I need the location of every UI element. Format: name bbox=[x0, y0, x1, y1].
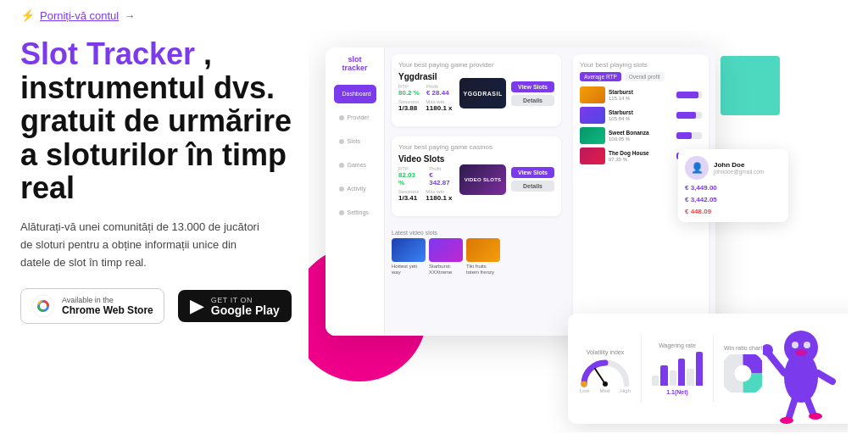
title-highlight: Slot Tracker bbox=[20, 36, 195, 71]
slot-item-2: Starburst 105.84 % bbox=[580, 107, 702, 124]
sidebar-label-games: Games bbox=[348, 162, 367, 168]
casino-sessions-value: 1/3.41 bbox=[398, 194, 419, 202]
wag-bar-1 bbox=[652, 376, 659, 386]
tab-overall-profit[interactable]: Overall profit bbox=[625, 72, 665, 81]
provider-sessions-stat: Sessions 1/3.88 bbox=[398, 99, 419, 112]
chrome-web-store-badge[interactable]: Available in the Chrome Web Store bbox=[20, 288, 164, 324]
profit-value: € 28.44 bbox=[426, 89, 449, 97]
sidebar-label-slots: Slots bbox=[348, 138, 361, 144]
casino-profit-value: € 342.87 bbox=[429, 171, 454, 186]
user-stat-1: € 3,449.00 bbox=[685, 184, 717, 192]
view-slots-button[interactable]: View Slots bbox=[511, 81, 554, 92]
slot-bar-3 bbox=[676, 132, 692, 139]
latest-items: Hottest yeti way Starburst: XXXtreme Tik… bbox=[392, 238, 561, 275]
arrow-icon: → bbox=[124, 9, 135, 22]
app-mockup-main: slot tracker Dashboard Provider Slots bbox=[326, 47, 715, 336]
details-button[interactable]: Details bbox=[511, 95, 554, 106]
rtp-value: 80.2 % bbox=[398, 89, 420, 97]
casino-rtp-value: 82.03 % bbox=[398, 171, 422, 186]
provider-stats: RTP 80.2 % Profit € 28.44 bbox=[398, 84, 454, 97]
gauge-low: Low bbox=[580, 388, 589, 393]
slot-bar-container-1 bbox=[676, 92, 702, 98]
sidebar-item-games[interactable]: Games bbox=[334, 156, 376, 175]
slot-bar-1 bbox=[676, 92, 698, 98]
sidebar-item-provider[interactable]: Provider bbox=[334, 108, 376, 127]
sidebar-dot bbox=[339, 139, 344, 144]
casino-maxwin-value: 1180.1 x bbox=[426, 194, 452, 202]
provider-name: Yggdrasil bbox=[398, 72, 454, 81]
sidebar-item-dashboard[interactable]: Dashboard bbox=[334, 85, 376, 103]
gauge-med: Med bbox=[600, 388, 610, 393]
slot-rtp-3: 100.05 % bbox=[609, 136, 673, 142]
chrome-store-name: Chrome Web Store bbox=[62, 304, 153, 316]
sidebar-item-activity[interactable]: Activity bbox=[334, 180, 376, 198]
deco-teal-shape bbox=[721, 56, 780, 115]
sidebar-logo: slot tracker bbox=[342, 56, 367, 73]
svg-line-15 bbox=[818, 373, 832, 381]
mockup-sidebar: slot tracker Dashboard Provider Slots bbox=[326, 47, 385, 336]
svg-point-10 bbox=[784, 331, 818, 364]
latest-name-1: Hottest yeti way bbox=[392, 264, 426, 275]
sidebar-label-settings: Settings bbox=[348, 209, 369, 215]
user-stat-2: € 3,442.05 bbox=[685, 196, 717, 203]
top-nav: ⚡ Porniți-vă contul → bbox=[0, 0, 868, 31]
latest-item-3: Tiki fruits totem frenzy bbox=[466, 238, 500, 275]
casino-profit-stat: Profit € 342.87 bbox=[429, 166, 454, 186]
provider-profit-stat: Profit € 28.44 bbox=[426, 84, 449, 97]
sidebar-item-settings[interactable]: Settings bbox=[334, 203, 376, 222]
divider-1 bbox=[641, 335, 642, 403]
user-stat-3: € 448.09 bbox=[685, 208, 711, 215]
winratio-panel: Win ratio chart bbox=[724, 345, 762, 392]
tab-average-rtp[interactable]: Average RTP bbox=[580, 72, 621, 81]
nav-link[interactable]: Porniți-vă contul bbox=[40, 9, 119, 22]
slot-bar-2 bbox=[676, 112, 696, 119]
wag-bar-3 bbox=[670, 370, 676, 386]
volatility-title: Volatility index bbox=[587, 349, 624, 355]
slot-name-4: The Dog House bbox=[609, 150, 673, 157]
sidebar-item-slots[interactable]: Slots bbox=[334, 132, 376, 151]
wagering-title: Wagering rate bbox=[659, 342, 696, 348]
provider-stats-2: Sessions 1/3.88 Max win 1180.1 x bbox=[398, 99, 454, 112]
slot-rtp-4: 97.35 % bbox=[609, 157, 673, 162]
best-casino-title: Your best paying game casinos bbox=[398, 143, 554, 151]
latest-thumb-2 bbox=[429, 238, 463, 262]
slot-info-2: Starburst 105.84 % bbox=[609, 109, 673, 121]
right-content: slot tracker Dashboard Provider Slots bbox=[309, 31, 848, 432]
slot-item-1: Starburst 115.14 % bbox=[580, 86, 702, 103]
sidebar-label-activity: Activity bbox=[348, 186, 366, 192]
gauge-high: High bbox=[620, 388, 631, 393]
slot-item-3: Sweet Bonanza 100.05 % bbox=[580, 127, 702, 144]
svg-line-17 bbox=[807, 398, 814, 415]
slot-rtp-2: 105.84 % bbox=[609, 116, 673, 121]
google-play-badge[interactable]: ▶ GET IT ON Google Play bbox=[178, 290, 292, 322]
play-badge-text: GET IT ON Google Play bbox=[211, 296, 280, 316]
best-provider-card: Your best paying game provider Yggdrasil… bbox=[392, 54, 561, 126]
user-avatar: 👤 bbox=[685, 156, 709, 180]
badges-row: Available in the Chrome Web Store ▶ GET … bbox=[20, 288, 309, 324]
yggdrasil-logo: YGGDRASIL bbox=[459, 78, 506, 108]
wag-bar-6 bbox=[696, 352, 703, 386]
mascot-character bbox=[763, 314, 839, 424]
svg-line-16 bbox=[788, 398, 795, 420]
wagering-bars bbox=[652, 352, 703, 386]
view-slots-button-2[interactable]: View Slots bbox=[511, 167, 554, 178]
svg-point-19 bbox=[809, 413, 822, 420]
wagering-panel: Wagering rate 1.1(Net) bbox=[652, 342, 703, 395]
slot-info-1: Starburst 115.14 % bbox=[609, 89, 673, 101]
play-icon: ▶ bbox=[190, 295, 204, 317]
svg-point-18 bbox=[780, 417, 793, 424]
slot-name-2: Starburst bbox=[609, 109, 673, 116]
slot-thumb-3 bbox=[580, 127, 605, 144]
slot-bar-container-3 bbox=[676, 132, 702, 139]
svg-point-12 bbox=[804, 342, 810, 348]
slot-info-3: Sweet Bonanza 100.05 % bbox=[609, 130, 673, 142]
user-stats-row: € 3,449.00 bbox=[685, 184, 782, 192]
user-card: 👤 John Doe johndoe@gmail.com € 3,449.00 … bbox=[678, 149, 788, 222]
details-button-2[interactable]: Details bbox=[511, 181, 554, 192]
main-container: Slot Tracker , instrumentul dvs. gratuit… bbox=[0, 31, 868, 432]
svg-line-3 bbox=[595, 369, 605, 384]
latest-title: Latest video slots bbox=[392, 230, 561, 236]
user-name: John Doe bbox=[714, 161, 764, 169]
slot-bar-container-2 bbox=[676, 112, 702, 119]
latest-thumb-3 bbox=[466, 238, 500, 262]
